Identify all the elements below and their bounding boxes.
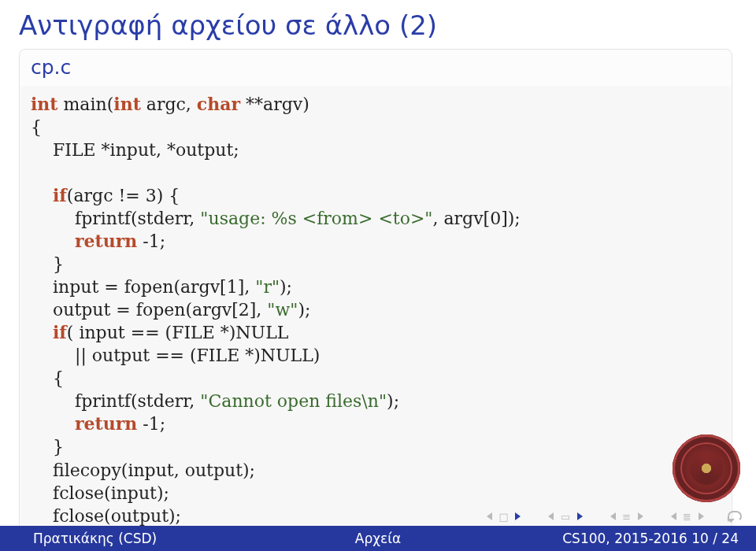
code-text: main(	[58, 94, 114, 114]
nav-section[interactable]: □	[484, 510, 524, 523]
code-text: fclose(output);	[53, 506, 181, 526]
str-cannot: "Cannot open files\n"	[200, 391, 387, 411]
code-text: -1;	[137, 231, 165, 251]
kw-int: int	[31, 94, 58, 114]
beamer-nav: □ ▭ ≡ ≣	[484, 510, 742, 523]
code-text: fprintf(stderr,	[75, 391, 200, 411]
kw-if: if	[53, 322, 67, 342]
code-text: {	[53, 368, 64, 388]
code-block: cp.c int main(int argc, char **argv) { F…	[19, 49, 732, 551]
code-text: }	[53, 437, 64, 457]
kw-char: char	[197, 94, 240, 114]
kw-if: if	[53, 185, 67, 205]
code-text: , argv[0]);	[432, 209, 520, 228]
code-text: FILE *input, *output;	[53, 140, 239, 160]
code-text: );	[298, 300, 310, 320]
code-text: input = fopen(argv[1],	[53, 277, 255, 297]
nav-back-forward[interactable]	[728, 511, 742, 522]
code-text: filecopy(input, output);	[53, 460, 255, 480]
code-text: argc,	[141, 94, 197, 114]
block-title: cp.c	[31, 56, 721, 93]
logo-seal	[673, 435, 740, 502]
nav-frame[interactable]: ≡	[606, 510, 647, 523]
slide-title: Αντιγραφή αρχείου σε άλλο (2)	[19, 9, 737, 41]
str-w: "w"	[267, 300, 298, 320]
code-text: output = fopen(argv[2],	[53, 300, 267, 320]
code-text: (argc != 3) {	[67, 186, 180, 205]
kw-return: return	[75, 413, 137, 434]
nav-loop-icon	[728, 511, 742, 522]
code-text: );	[280, 277, 292, 297]
code-text: ( input == (FILE *)NULL	[67, 323, 289, 342]
code-text: fclose(input);	[53, 483, 169, 503]
nav-subsection[interactable]: ▭	[545, 510, 586, 523]
code-text: }	[53, 254, 64, 274]
code-text: {	[31, 117, 42, 137]
str-r: "r"	[255, 277, 280, 297]
code-text: || output == (FILE *)NULL)	[75, 346, 320, 365]
code-text: **argv)	[240, 94, 309, 114]
code-text: );	[387, 391, 399, 411]
nav-slide[interactable]: ≣	[667, 510, 707, 523]
str-usage: "usage: %s <from> <to>"	[200, 209, 432, 228]
kw-return: return	[75, 231, 137, 251]
kw-int: int	[113, 94, 141, 114]
footer-bar: Πρατικάκης (CSD) Αρχεία CS100, 2015-2016…	[0, 526, 756, 551]
code-text: -1;	[137, 414, 165, 434]
footer-center: Αρχεία	[0, 531, 756, 546]
code-text: fprintf(stderr,	[75, 209, 200, 228]
code-listing: int main(int argc, char **argv) { FILE *…	[31, 93, 721, 550]
